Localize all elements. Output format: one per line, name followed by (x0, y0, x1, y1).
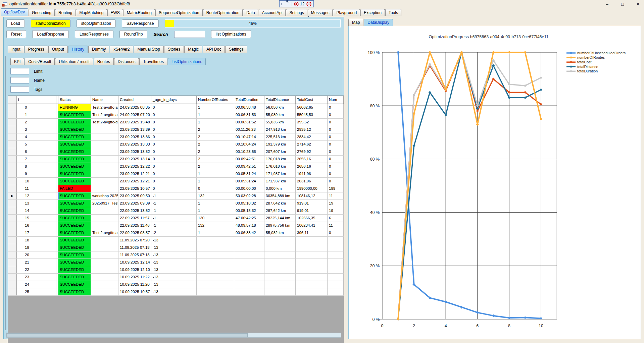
cursor-icon[interactable] (284, 0, 291, 4)
row-selector[interactable] (8, 215, 17, 222)
stop-optimization-button[interactable]: stopOptimization (77, 19, 116, 27)
menu-tab-sequenceoptimization[interactable]: SequenceOptimization (155, 9, 203, 16)
column-header-duration[interactable]: TotalDuration (234, 96, 264, 104)
grid-row-13[interactable]: 13SUCCEEDED20250917_TestO...23.09.2025 0… (8, 200, 344, 207)
grid-row-16[interactable]: 16SUCCEEDED22.09.2025 11:46-113248.09:57… (8, 222, 344, 229)
scrollbar-thumb[interactable] (6, 333, 248, 337)
grid-row-5[interactable]: 5SUCCEEDED23.09.2025 13:330200.10:04:241… (8, 141, 344, 148)
grid-row-21[interactable]: 21SUCCEEDED10.09.2025 12:14-13 (8, 259, 344, 266)
row-selector[interactable] (8, 156, 17, 163)
reset-button[interactable]: Reset (6, 30, 26, 38)
grid-row-25[interactable]: 25SUCCEEDED10.09.2025 10:57-13 (8, 288, 344, 296)
grid-row-19[interactable]: 19SUCCEEDED11.09.2025 07:18-13 (8, 244, 344, 251)
subtab-kpi[interactable]: KPI (10, 58, 24, 65)
row-selector[interactable] (8, 281, 17, 288)
maximize-button[interactable]: □ (619, 2, 626, 7)
column-header-routes[interactable]: NumberOfRoutes (197, 96, 234, 104)
menu-tab-data[interactable]: Data (243, 9, 258, 16)
stop-icon[interactable] (305, 1, 312, 7)
horizontal-scrollbar[interactable] (6, 333, 341, 338)
tab-settings[interactable]: Settings (225, 46, 247, 53)
grid-row-23[interactable]: 23SUCCEEDED10.09.2025 11:22-13 (8, 274, 344, 281)
column-header-name[interactable]: Name (91, 96, 118, 104)
menu-tab-accountapi[interactable]: AccountApi (259, 9, 286, 16)
menu-tab-optflowdev[interactable]: OptflowDev (1, 8, 28, 16)
column-header-status[interactable]: Status (58, 96, 91, 104)
right-tab-map[interactable]: Map (348, 19, 363, 26)
column-header-i[interactable]: i (17, 96, 56, 104)
row-selector[interactable] (8, 207, 17, 214)
row-selector[interactable] (8, 251, 17, 259)
menu-tab-matrixrouting[interactable]: MatrixRouting (123, 9, 155, 16)
tab-xserver2[interactable]: xServer2 (110, 46, 133, 53)
menu-tab-tools[interactable]: Tools (385, 9, 401, 16)
tab-history[interactable]: History (68, 46, 88, 53)
row-selector[interactable] (8, 141, 17, 148)
tab-manual-stop[interactable]: Manual Stop (134, 46, 163, 53)
grid-row-14[interactable]: 14SUCCEEDED22.09.2025 13:52-1100.05:18:3… (8, 207, 344, 215)
record-icon[interactable] (293, 1, 300, 7)
menu-tab-playground[interactable]: Playground (333, 9, 360, 16)
row-selector[interactable] (8, 237, 17, 244)
tags-filter-input[interactable] (10, 86, 29, 93)
grid-row-22[interactable]: 22SUCCEEDED10.09.2025 12:10-13 (8, 266, 344, 274)
subtab-costs-result[interactable]: Costs/Result (24, 58, 55, 65)
search-input[interactable] (174, 31, 205, 38)
tab-input[interactable]: Input (8, 46, 24, 53)
row-selector[interactable] (8, 259, 17, 266)
load-button[interactable]: Load (6, 19, 25, 27)
grid-row-1[interactable]: 1SUCCEEDEDTest 2-avgtfc-av...24.09.2025 … (8, 111, 344, 119)
tab-dummy[interactable]: Dummy (88, 46, 109, 53)
grid-row-8[interactable]: 8SUCCEEDED23.09.2025 12:220200.09:42:511… (8, 163, 344, 170)
row-selector[interactable] (8, 111, 17, 118)
grid-row-15[interactable]: 15SUCCEEDED22.09.2025 11:57-113047.06:42… (8, 215, 344, 222)
row-selector[interactable] (8, 178, 17, 185)
grid-row-20[interactable]: 20SUCCEEDED11.09.2025 07:18-13 (8, 251, 344, 259)
grid-row-3[interactable]: 3SUCCEEDED23.09.2025 13:390200.11:26:232… (8, 126, 344, 133)
menu-tab-settings[interactable]: Settings (286, 9, 307, 16)
name-filter-input[interactable] (10, 77, 29, 83)
limit-filter-input[interactable] (10, 68, 29, 74)
save-response-button[interactable]: SaveResponse (122, 19, 158, 27)
list-optimizations-button[interactable]: list Optimizations (211, 30, 251, 38)
grid-row-0[interactable]: 0RUNNINGTest 2-avgtfc-av...24.09.2025 08… (8, 104, 344, 111)
row-selector[interactable] (8, 266, 17, 273)
grid-row-24[interactable]: 24SUCCEEDED10.09.2025 11:20-13 (8, 281, 344, 288)
subtab-listoptimizations[interactable]: ListOptimizations (168, 58, 206, 65)
row-selector[interactable] (8, 170, 17, 177)
column-header-cost[interactable]: TotalCost (296, 96, 328, 104)
menu-tab-routeoptimization[interactable]: RouteOptimization (203, 9, 243, 16)
row-selector[interactable] (8, 148, 17, 155)
tab-stories[interactable]: Stories (164, 46, 184, 53)
subtab-traveltimes[interactable]: Traveltimes (139, 58, 167, 65)
grid-row-6[interactable]: 6SUCCEEDED23.09.2025 13:320200.10:23:562… (8, 148, 344, 156)
start-optimization-button[interactable]: startOptimization (31, 19, 70, 27)
tab-api-doc[interactable]: API Doc (203, 46, 225, 53)
menu-tab-exception[interactable]: Exception (360, 9, 385, 16)
menu-tab-messages[interactable]: Messages (308, 9, 333, 16)
load-response-button[interactable]: LoadResponse (32, 30, 69, 38)
right-tab-datadisplay[interactable]: DataDisplay (364, 19, 393, 26)
menu-tab-geocoding[interactable]: Geocoding (29, 9, 55, 16)
subtab-utilization-result[interactable]: Utilization / result (55, 58, 93, 65)
grid-row-2[interactable]: 2SUCCEEDEDTest 2-avgtfc-av...23.09.2025 … (8, 119, 344, 126)
menu-tab-ews[interactable]: EWS (107, 9, 123, 16)
subtab-distances[interactable]: Distances (114, 58, 139, 65)
row-selector[interactable] (8, 222, 17, 229)
menu-tab-routing[interactable]: Routing (55, 9, 76, 16)
minimize-button[interactable]: – (604, 2, 610, 7)
grid-row-7[interactable]: 7SUCCEEDED23.09.2025 13:140200.09:42:511… (8, 156, 344, 163)
subtab-routes[interactable]: Routes (94, 58, 114, 65)
column-header-distance[interactable]: TotalDistance (264, 96, 296, 104)
load-responses-button[interactable]: LoadResponses (75, 30, 113, 38)
menu-tab-mapmatching[interactable]: MapMatching (76, 9, 107, 16)
close-button[interactable]: ✕ (635, 2, 641, 7)
row-selector[interactable] (8, 244, 17, 251)
round-trip-button[interactable]: RoundTrip (119, 30, 148, 38)
grid-row-17[interactable]: 17SUCCEEDEDTest 2-avgtfc-av...22.09.2025… (8, 229, 344, 237)
grid-row-10[interactable]: 10SUCCEEDED23.09.2025 12:210100.05:31:24… (8, 178, 344, 185)
row-selector[interactable] (8, 163, 17, 170)
row-selector[interactable]: ▶ (8, 192, 17, 199)
tab-output[interactable]: Output (48, 46, 68, 53)
grid-row-11[interactable]: 11FAILED23.09.2025 10:570000.00:00:000,0… (8, 185, 344, 192)
